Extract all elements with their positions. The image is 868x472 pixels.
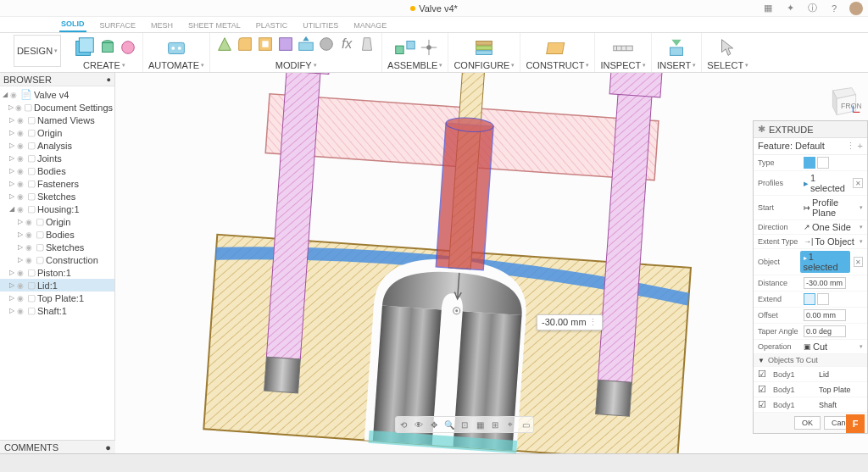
shell-icon[interactable]	[256, 35, 275, 53]
construct-icon[interactable]	[545, 35, 570, 60]
tree-item[interactable]: ▷◉▢Piston:1	[0, 266, 114, 279]
offset-input[interactable]	[804, 309, 846, 321]
tree-item[interactable]: ▷◉▢Bodies	[0, 164, 114, 177]
tree-item[interactable]: ▷◉▢Sketches	[0, 241, 114, 253]
timeline-bar[interactable]	[0, 453, 868, 472]
viewcube[interactable]: FRONT	[821, 80, 861, 120]
tab-plastic[interactable]: PLASTIC	[254, 19, 290, 32]
comments-panel-header[interactable]: COMMENTS●	[0, 440, 115, 453]
svg-rect-48	[609, 73, 662, 97]
svg-rect-11	[299, 42, 314, 50]
zoom-icon[interactable]: 🔍	[442, 418, 456, 431]
object-row[interactable]: Object▸ 1 selected✕	[754, 249, 867, 275]
cut-body-row[interactable]: ☑Body1Lid	[754, 367, 867, 382]
notifications-icon[interactable]: ✦	[783, 2, 797, 15]
browser-panel: BROWSER● ◢◉📄Valve v4 ▷◉▢Document Setting…	[0, 73, 115, 453]
svg-rect-1	[79, 38, 93, 53]
inspect-icon[interactable]	[610, 35, 636, 60]
tree-item[interactable]: ▷◉▢Construction	[0, 253, 114, 266]
tree-item[interactable]: ▷◉▢Named Views	[0, 114, 114, 126]
tree-item[interactable]: ▷◉▢Origin	[0, 215, 114, 228]
orbit-icon[interactable]: ⟲	[397, 418, 410, 431]
cut-body-row[interactable]: ☑Body1Top Plate	[754, 382, 867, 397]
parameters-icon[interactable]: fx	[337, 35, 356, 53]
avatar[interactable]	[849, 2, 863, 15]
appearance-icon[interactable]	[317, 35, 336, 53]
svg-rect-5	[169, 42, 185, 53]
cut-body-row[interactable]: ☑Body1Shaft	[754, 397, 867, 413]
svg-rect-21	[547, 42, 565, 53]
info-icon[interactable]: ⓘ	[805, 2, 819, 15]
grid-icon[interactable]: ⊞	[488, 418, 502, 431]
align-icon[interactable]	[276, 35, 295, 53]
profiles-row[interactable]: Profiles▸1 selected✕	[754, 171, 867, 196]
pan-icon[interactable]: ✥	[427, 418, 441, 431]
snap-icon[interactable]: ⌖	[504, 418, 517, 431]
assemble-icon[interactable]	[392, 35, 418, 60]
operation-row[interactable]: Operation▣ Cut▾	[754, 340, 867, 354]
svg-rect-26	[670, 47, 683, 55]
view-icon[interactable]: ▭	[519, 418, 532, 431]
look-icon[interactable]: 👁	[412, 418, 426, 431]
tree-item[interactable]: ▷◉▢Joints	[0, 152, 114, 164]
direction-row[interactable]: Direction↗ One Side▾	[754, 220, 867, 235]
model-view[interactable]	[115, 73, 751, 453]
tree-item[interactable]: ▷◉▢Fasteners	[0, 177, 114, 190]
start-row[interactable]: Start↦ Profile Plane▾	[754, 196, 867, 220]
select-icon[interactable]	[715, 35, 741, 60]
svg-rect-44	[264, 357, 301, 393]
press-pull-icon[interactable]	[215, 35, 234, 53]
tree-item[interactable]: ▷◉▢Origin	[0, 126, 114, 139]
canvas-viewport[interactable]: -30.00 mm ⋮ FRONT ✱EXTRUDE Feature: Defa…	[115, 73, 868, 453]
sphere-icon[interactable]	[119, 38, 137, 57]
svg-rect-10	[280, 38, 292, 51]
clear-profiles-icon[interactable]: ✕	[853, 178, 863, 188]
tree-root[interactable]: ◢◉📄Valve v4	[0, 88, 114, 101]
tree-item[interactable]: ▷◉▢Lid:1	[0, 279, 114, 292]
tree-item[interactable]: ▷◉▢Document Settings	[0, 101, 114, 114]
browser-collapse-icon[interactable]: ●	[107, 75, 111, 84]
automate-icon[interactable]	[164, 35, 189, 60]
tab-sheet[interactable]: SHEET METAL	[186, 19, 242, 32]
svg-rect-3	[103, 43, 114, 53]
extent-row[interactable]: Extent Type→| To Object▾	[754, 235, 867, 249]
feature-label: Feature: Default	[758, 141, 825, 152]
box-icon[interactable]	[71, 35, 97, 60]
dimension-tooltip[interactable]: -30.00 mm ⋮	[537, 314, 603, 330]
tab-manage[interactable]: MANAGE	[352, 19, 388, 32]
gear-icon[interactable]: ✱	[758, 124, 765, 135]
extrude-modify-icon[interactable]	[297, 35, 315, 53]
insert-icon[interactable]	[664, 35, 689, 60]
tree-item[interactable]: ▷◉▢Sketches	[0, 190, 114, 203]
tab-utilities[interactable]: UTILITIES	[301, 19, 340, 32]
delete-icon[interactable]	[358, 35, 376, 53]
tab-mesh[interactable]: MESH	[149, 19, 175, 32]
configure-icon[interactable]	[471, 35, 497, 60]
display-icon[interactable]: ▦	[473, 418, 487, 431]
distance-input[interactable]	[804, 277, 846, 289]
ribbon-toolbar: DESIGN▾ CREATE▾ AUTOMATE▾ fx MODIFY▾	[0, 33, 868, 73]
ok-button[interactable]: OK	[794, 416, 821, 430]
fillet-icon[interactable]	[236, 35, 254, 53]
taper-input[interactable]	[804, 325, 846, 337]
tree-item[interactable]: ▷◉▢Bodies	[0, 228, 114, 241]
svg-rect-19	[476, 46, 492, 50]
tab-solid[interactable]: SOLID	[59, 17, 86, 32]
joint-icon[interactable]	[420, 38, 438, 57]
data-panel-icon[interactable]: ▦	[761, 2, 775, 15]
cylinder-icon[interactable]	[98, 38, 117, 57]
svg-rect-14	[407, 42, 415, 49]
tree-item[interactable]: ▷◉▢Analysis	[0, 139, 114, 152]
clear-object-icon[interactable]: ✕	[854, 257, 863, 267]
tree-item[interactable]: ◢◉▢Housing:1	[0, 203, 114, 215]
fit-icon[interactable]: ⊡	[458, 418, 471, 431]
svg-point-7	[178, 47, 181, 50]
svg-rect-18	[476, 42, 492, 46]
design-workspace-button[interactable]: DESIGN▾	[14, 35, 61, 67]
tab-surface[interactable]: SURFACE	[98, 19, 138, 32]
browser-tree: ◢◉📄Valve v4 ▷◉▢Document Settings▷◉▢Named…	[0, 86, 114, 453]
tree-item[interactable]: ▷◉▢Top Plate:1	[0, 292, 114, 304]
svg-rect-49	[596, 380, 632, 417]
tree-item[interactable]: ▷◉▢Shaft:1	[0, 304, 114, 317]
help-icon[interactable]: ?	[827, 2, 841, 15]
